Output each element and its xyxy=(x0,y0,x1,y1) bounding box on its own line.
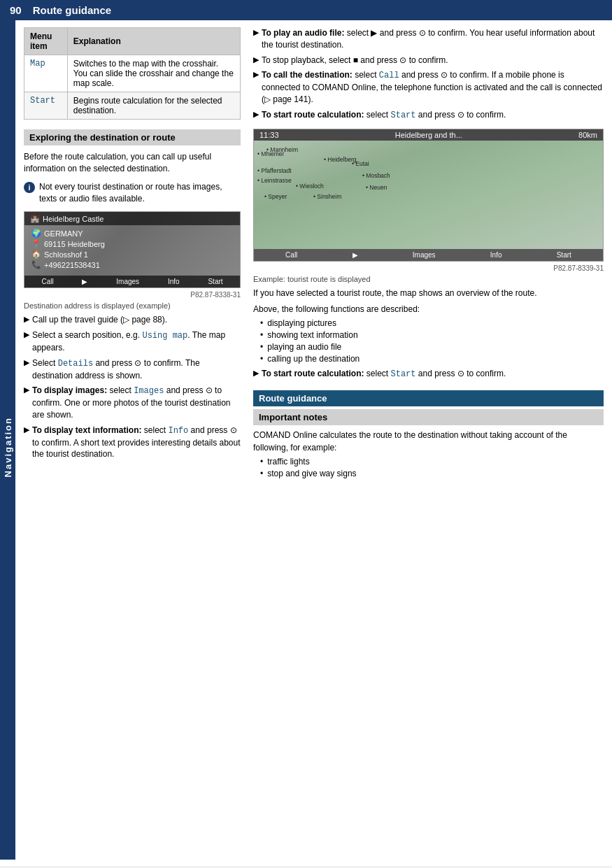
bullet-search-position: ▶ Select a search position, e.g. Using m… xyxy=(24,329,241,354)
arrow-icon: ▶ xyxy=(253,70,259,79)
right-bottom-start: Start xyxy=(557,251,571,259)
right-screenshot-topbar: 11:33 Heidelberg and th... 80km xyxy=(254,129,603,141)
arrow-icon: ▶ xyxy=(253,55,259,64)
dot-label: calling up the destination xyxy=(267,354,360,364)
dot-label: traffic lights xyxy=(267,457,309,467)
right-screenshot-footer: P82.87-8339-31 xyxy=(253,264,604,272)
arrow-icon: ▶ xyxy=(253,369,259,378)
arrow-icon: ▶ xyxy=(24,425,29,434)
castle-name: Heidelberg Castle xyxy=(43,215,104,223)
dot-label: showing text information xyxy=(267,330,357,340)
detail-country: 🌍GERMANY xyxy=(31,229,233,238)
map-label-mheimer: • Mhiemer xyxy=(257,150,284,157)
bottom-call: Call xyxy=(41,278,53,285)
note-bullet-traffic: • traffic lights xyxy=(260,457,604,467)
topbar-title: Heidelberg and th... xyxy=(395,131,462,139)
topbar-time: 11:33 xyxy=(259,131,279,139)
bullet-stop-playback: ▶ To stop playback, select ■ and press ⊙… xyxy=(253,55,604,66)
dot-icon: • xyxy=(260,457,263,467)
arrow-icon: ▶ xyxy=(24,358,29,367)
right-caption: Example: tourist route is displayed xyxy=(253,275,604,283)
menu-item-map: Map xyxy=(24,55,68,92)
bottom-info: Info xyxy=(168,278,180,285)
important-notes-heading: Important notes xyxy=(253,409,604,425)
detail-phone: 📞+496221538431 xyxy=(31,260,233,269)
arrow-icon: ▶ xyxy=(24,315,29,324)
dot-label: displaying pictures xyxy=(267,318,336,328)
menu-table: Menu item Explanation Map Switches to th… xyxy=(24,27,241,120)
bullet-travel-guide: ▶ Call up the travel guide (▷ page 88). xyxy=(24,314,241,326)
left-screenshot-content: 🏰 Heidelberg Castle 🌍GERMANY 📍69115 Heid… xyxy=(24,212,240,287)
left-screenshot-bottombar: Call ▶ Images Info Start xyxy=(24,276,240,287)
header-title: Route guidance xyxy=(33,4,112,16)
side-nav-label: Navigation xyxy=(3,417,13,477)
bottom-play: ▶ xyxy=(82,278,87,285)
bottom-images: Images xyxy=(116,278,139,285)
right-bottom-images: Images xyxy=(413,251,436,259)
arrow-icon: ▶ xyxy=(24,385,29,394)
map-label-leinstrasse: • Leinstrasse xyxy=(257,177,292,184)
dot-bullet-calling: • calling up the destination xyxy=(260,354,604,364)
bullet-play-audio: ▶ To play an audio file: select ▶ and pr… xyxy=(253,27,604,51)
right-screenshot-bottombar: Call ▶ Images Info Start xyxy=(254,249,603,261)
notes-para: COMAND Online calculates the route to th… xyxy=(253,429,604,454)
left-screenshot-inner: 🏰 Heidelberg Castle 🌍GERMANY 📍69115 Heid… xyxy=(24,212,240,287)
arrow-icon: ▶ xyxy=(24,330,29,339)
right-bottom-play: ▶ xyxy=(353,251,358,259)
bullet-call-destination-text: To call the destination: select Call and… xyxy=(262,69,604,105)
bullet-start-route-2: ▶ To start route calculation: select Sta… xyxy=(253,368,604,380)
dot-bullet-showing: • showing text information xyxy=(260,330,604,340)
detail-city: 📍69115 Heidelberg xyxy=(31,239,233,248)
bottom-start: Start xyxy=(208,278,222,285)
bullet-start-route-1-text: To start route calculation: select Start… xyxy=(262,109,604,122)
bullet-details: ▶ Select Details and press ⊙ to confirm.… xyxy=(24,357,241,382)
topbar-distance: 80km xyxy=(578,131,597,139)
bullet-display-images-text: To display images: select Images and pre… xyxy=(32,385,241,420)
right-map-area: • Mannheim • Heidelberg • Pfafferstadt •… xyxy=(254,141,603,249)
bullet-call-destination: ▶ To call the destination: select Call a… xyxy=(253,69,604,105)
bullet-search-position-text: Select a search position, e.g. Using map… xyxy=(32,329,241,354)
map-label-speyer: • Speyer xyxy=(264,193,287,200)
menu-item-start-explanation: Begins route calculation for the selecte… xyxy=(67,92,240,120)
right-screenshot: 11:33 Heidelberg and th... 80km • Mannhe… xyxy=(253,129,604,262)
left-screenshot: 🏰 Heidelberg Castle 🌍GERMANY 📍69115 Heid… xyxy=(24,211,241,288)
left-caption: Destination address is displayed (exampl… xyxy=(24,301,241,310)
bullet-travel-guide-text: Call up the travel guide (▷ page 88). xyxy=(32,314,241,326)
info-icon: i xyxy=(24,182,35,193)
table-col-menu-item: Menu item xyxy=(24,28,68,55)
bullet-start-route-1: ▶ To start route calculation: select Sta… xyxy=(253,109,604,122)
side-nav-bar: Navigation xyxy=(0,20,15,860)
left-screenshot-footer: P82.87-8338-31 xyxy=(24,291,241,299)
table-row: Start Begins route calculation for the s… xyxy=(24,92,241,120)
main-layout: Navigation Menu item Explanation Map Swi… xyxy=(0,20,612,860)
left-column: Menu item Explanation Map Switches to th… xyxy=(24,27,241,464)
dot-icon: • xyxy=(260,330,263,340)
bullet-details-text: Select Details and press ⊙ to confirm. T… xyxy=(32,357,241,382)
arrow-icon: ▶ xyxy=(253,28,259,37)
menu-item-map-explanation: Switches to the map with the crosshair. … xyxy=(67,55,240,92)
right-bottom-info: Info xyxy=(490,251,502,259)
dot-label: playing an audio file xyxy=(267,342,341,352)
map-label-mosbach: • Mosbach xyxy=(362,172,390,179)
left-screenshot-details: 🌍GERMANY 📍69115 Heidelberg 🏠Schlosshof 1… xyxy=(24,225,240,276)
bullet-display-images: ▶ To display images: select Images and p… xyxy=(24,385,241,420)
dot-icon: • xyxy=(260,354,263,364)
map-label-neuen: • Neuen xyxy=(366,184,387,191)
route-guidance-heading: Route guidance xyxy=(253,390,604,406)
right-para2: Above, the following functions are descr… xyxy=(253,304,604,315)
castle-icon: 🏰 xyxy=(30,214,40,223)
right-column: ▶ To play an audio file: select ▶ and pr… xyxy=(253,27,604,481)
detail-address: 🏠Schlosshof 1 xyxy=(31,250,233,259)
intro-text: Before the route calculation, you can ca… xyxy=(24,151,241,176)
dot-icon: • xyxy=(260,469,263,478)
dot-bullet-displaying: • displaying pictures xyxy=(260,318,604,328)
dot-label: stop and give way signs xyxy=(267,469,356,478)
bullet-display-text-content: To display text information: select Info… xyxy=(32,425,241,460)
map-label-pfaffenstadt: • Pfafferstadt xyxy=(257,167,292,174)
right-para1: If you have selected a tourist route, th… xyxy=(253,287,604,299)
dot-bullet-playing: • playing an audio file xyxy=(260,342,604,352)
bullet-start-route-2-text: To start route calculation: select Start… xyxy=(262,368,604,380)
content-area: Menu item Explanation Map Switches to th… xyxy=(15,20,612,860)
page-header: 90 Route guidance xyxy=(0,0,612,20)
map-label-wiesloch: • Wiesloch xyxy=(296,183,324,190)
